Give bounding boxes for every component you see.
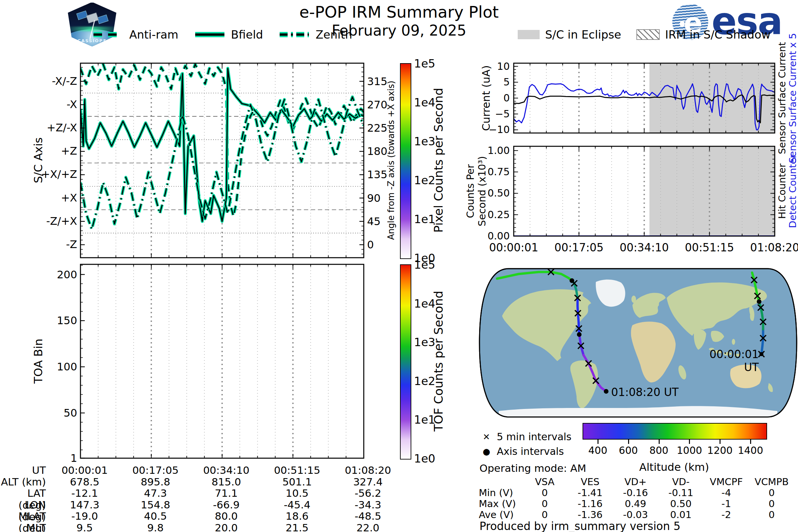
time-tick-label: 00:00:01 — [479, 242, 549, 253]
antiram-dashed-line-icon — [92, 31, 124, 39]
sc-axis-tick-label: -Z/+X — [0, 216, 77, 226]
ephemeris-value: 154.8 — [120, 499, 191, 510]
altitude-tick-mark — [659, 440, 660, 444]
voltage-column-header: VD+ — [613, 476, 658, 487]
ephemeris-value: 21.5 — [262, 522, 332, 532]
voltage-value: 0 — [522, 509, 568, 520]
ephemeris-value: 00:51:15 — [262, 464, 332, 476]
toa-tick-label: 200 — [0, 269, 77, 280]
sc-axis-tick-label: -X — [0, 99, 77, 110]
time-tick-label: 00:17:05 — [544, 242, 614, 253]
sc-axis-tick-label: +Z/-X — [0, 122, 77, 133]
ephemeris-value: 00:17:05 — [120, 464, 191, 476]
colorbar-tick-label: 1e4 — [414, 97, 447, 108]
colorbar-tick-label: 1e2 — [414, 375, 447, 387]
voltage-table: VSAVESVD+VD-VMCPFVCMPBMin (V)0-1.41-0.16… — [479, 476, 795, 520]
ephemeris-value: -56.2 — [332, 487, 403, 499]
angle-tick-label: 45 — [367, 216, 397, 227]
ephemeris-value: 22.0 — [332, 522, 403, 532]
ephemeris-value: 00:00:01 — [49, 464, 120, 476]
colorbar-tick-label: 1e3 — [414, 136, 447, 147]
altitude-colorbar — [583, 423, 767, 440]
bfield-solid-line-icon — [194, 31, 226, 39]
dot-marker-icon: ● — [482, 446, 491, 457]
voltage-value: 0.01 — [658, 509, 704, 520]
ephemeris-value: 895.8 — [120, 476, 191, 488]
legend-label-shadow: IRM in S/C Shadow — [665, 28, 771, 41]
colorbar-tick-label: 1e1 — [414, 213, 447, 225]
legend-item-shadow: IRM in S/C Shadow — [636, 28, 771, 41]
x-marker-icon: ✕ — [482, 432, 491, 442]
angle-tick-label: 135 — [367, 169, 397, 180]
angle-tick-label: 315 — [367, 76, 397, 87]
legend-item-antiram: Anti-ram — [92, 28, 178, 41]
marker-legend-axis: ● Axis intervals — [482, 445, 564, 457]
legend-item-bfield: Bfield — [194, 28, 263, 41]
sc-axis-tick-label: +X/+Z — [0, 169, 77, 179]
counts-tick-label: 0.25 — [468, 210, 510, 220]
voltage-row-label: Min (V) — [479, 487, 522, 498]
voltage-value: 0 — [749, 498, 795, 509]
voltage-value: -1.41 — [568, 487, 613, 498]
voltage-column-header: VMCPF — [704, 476, 749, 487]
legend-item-zenith: Zenith — [278, 28, 352, 41]
ephemeris-value: 9.8 — [120, 522, 191, 532]
ephemeris-value: 47.3 — [120, 487, 191, 499]
voltage-value: 0 — [749, 487, 795, 498]
shadow-hatch-swatch-icon — [636, 29, 660, 40]
ephemeris-row-label: LAT (deg) — [0, 487, 49, 499]
legend-label-antiram: Anti-ram — [129, 28, 178, 41]
legend-label-zenith: Zenith — [316, 28, 352, 41]
voltage-value: 0 — [522, 498, 568, 509]
voltage-column-header: VD- — [658, 476, 704, 487]
colorbar-tick-label: 1e2 — [414, 174, 447, 186]
angle-tick-label: 0 — [367, 240, 397, 250]
voltage-value: -1 — [704, 498, 749, 509]
angle-tick-label: 270 — [367, 99, 397, 110]
pixel-counts-colorbar — [400, 63, 411, 259]
toa-tick-label: 50 — [0, 407, 77, 418]
ephemeris-row-label: UT — [0, 464, 49, 476]
operating-mode-text: Operating mode: AM — [479, 462, 586, 474]
ephemeris-value: -34.3 — [332, 499, 403, 510]
produced-by-text: Produced by irm_summary version 5 — [479, 520, 680, 532]
track-start-time-label: 00:00:01 UT — [698, 348, 759, 374]
ephemeris-value: -66.9 — [191, 499, 262, 510]
toa-bin-ylabel: TOA Bin — [32, 339, 45, 383]
ephemeris-row-label: LON (deg) — [0, 499, 49, 510]
voltage-column-header: VSA — [522, 476, 568, 487]
ephemeris-row-label: MLT (hrs) — [0, 522, 49, 532]
marker-legend-5min: ✕ 5 min intervals — [482, 431, 572, 442]
voltage-value: -4 — [704, 487, 749, 498]
ephemeris-row-label: MLAT (deg) — [0, 510, 49, 522]
voltage-value: 0.50 — [658, 498, 704, 509]
altitude-tick-mark — [750, 440, 751, 444]
ephemeris-table: UT00:00:0100:17:0500:34:1000:51:1501:08:… — [0, 464, 402, 532]
sc-axis-plot — [80, 63, 364, 258]
angle-tick-label: 180 — [367, 146, 397, 157]
angle-tick-label: 90 — [367, 193, 397, 204]
voltage-value: -0.16 — [613, 487, 658, 498]
colorbar-tick-label: 1e5 — [414, 259, 447, 270]
voltage-value: -0.03 — [613, 509, 658, 520]
voltage-value: -2 — [704, 509, 749, 520]
counts-tick-label: 0.75 — [468, 167, 510, 177]
ephemeris-value: 501.1 — [262, 476, 332, 488]
ephemeris-value: -19.0 — [49, 510, 120, 522]
altitude-tick-mark — [720, 440, 721, 444]
legend-label-bfield: Bfield — [231, 28, 263, 41]
current-plot — [514, 63, 775, 133]
voltage-column-header: VES — [568, 476, 613, 487]
time-tick-label: 00:51:15 — [674, 242, 744, 253]
legend-item-eclipse: S/C in Eclipse — [518, 28, 621, 41]
sc-axis-tick-label: -X/-Z — [0, 76, 77, 87]
sc-axis-tick-label: -Z — [0, 239, 77, 250]
ephemeris-value: 10.5 — [262, 487, 332, 499]
ephemeris-value: 815.0 — [191, 476, 262, 488]
voltage-value: 0 — [749, 509, 795, 520]
ephemeris-value: -12.1 — [49, 487, 120, 499]
tof-counts-colorbar-label: TOF Counts per Second — [432, 291, 445, 431]
voltage-column-header: VCMPB — [749, 476, 795, 487]
voltage-value: 0.49 — [613, 498, 658, 509]
ephemeris-value: 00:34:10 — [191, 464, 262, 476]
